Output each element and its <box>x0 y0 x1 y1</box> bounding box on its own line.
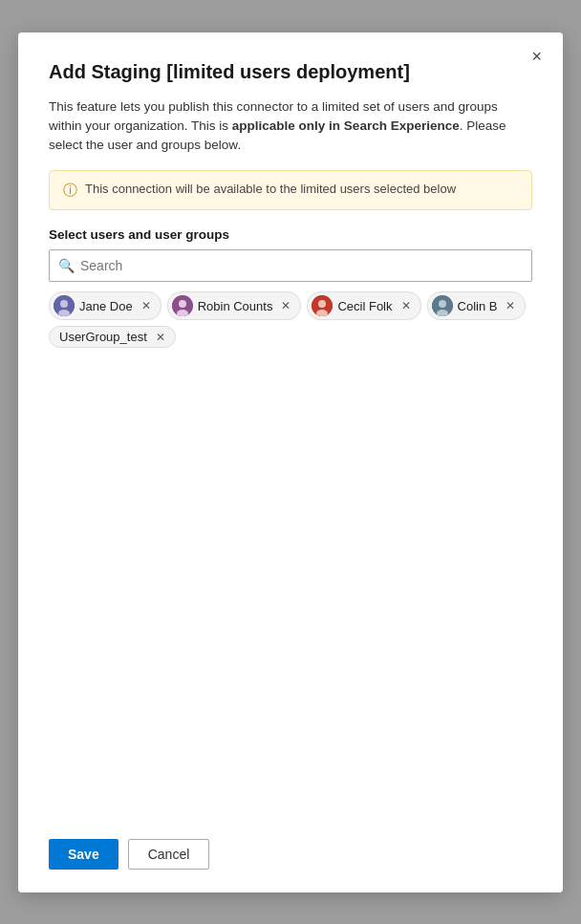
save-button[interactable]: Save <box>49 839 118 870</box>
info-icon: ⓘ <box>63 182 77 200</box>
modal-description: This feature lets you publish this conne… <box>49 97 532 156</box>
remove-robin-counts-button[interactable]: ✕ <box>279 300 292 312</box>
chip-cecil-folk: Cecil Folk ✕ <box>307 291 420 320</box>
section-label: Select users and user groups <box>49 227 532 242</box>
info-banner-text: This connection will be available to the… <box>85 181 456 198</box>
remove-colin-b-button[interactable]: ✕ <box>504 300 517 312</box>
avatar-jane-doe <box>54 295 75 316</box>
avatar-cecil-folk <box>312 295 333 316</box>
chip-name-robin-counts: Robin Counts <box>198 299 273 313</box>
content-area: Select users and user groups 🔍 Jane D <box>49 227 532 815</box>
chip-name-jane-doe: Jane Doe <box>79 299 133 313</box>
svg-point-4 <box>179 300 186 308</box>
search-input[interactable] <box>49 249 532 282</box>
chip-robin-counts: Robin Counts ✕ <box>167 291 302 320</box>
remove-usergroup-test-button[interactable]: ✕ <box>154 332 167 343</box>
chip-colin-b: Colin B ✕ <box>427 291 527 320</box>
modal-dialog: × Add Staging [limited users deployment]… <box>18 32 563 892</box>
remove-jane-doe-button[interactable]: ✕ <box>140 300 153 312</box>
remove-cecil-folk-button[interactable]: ✕ <box>399 300 413 312</box>
chip-name-usergroup-test: UserGroup_test <box>59 330 147 344</box>
chip-usergroup-test: UserGroup_test ✕ <box>49 326 176 348</box>
svg-point-10 <box>439 300 446 308</box>
modal-overlay: × Add Staging [limited users deployment]… <box>0 0 581 924</box>
avatar-robin-counts <box>172 295 193 316</box>
close-button[interactable]: × <box>526 46 548 67</box>
chip-name-colin-b: Colin B <box>458 299 498 313</box>
svg-point-1 <box>60 300 68 308</box>
description-bold: applicable only in Search Experience <box>232 118 460 133</box>
chip-name-cecil-folk: Cecil Folk <box>337 299 392 313</box>
svg-point-7 <box>318 300 326 308</box>
modal-title: Add Staging [limited users deployment] <box>49 59 532 84</box>
modal-footer: Save Cancel <box>49 816 532 870</box>
chip-jane-doe: Jane Doe ✕ <box>49 291 161 320</box>
info-banner: ⓘ This connection will be available to t… <box>49 170 532 210</box>
selected-items-container: Jane Doe ✕ Robin Counts ✕ <box>49 291 532 348</box>
cancel-button[interactable]: Cancel <box>128 839 210 870</box>
search-container: 🔍 <box>49 249 532 282</box>
avatar-colin-b <box>432 295 453 316</box>
